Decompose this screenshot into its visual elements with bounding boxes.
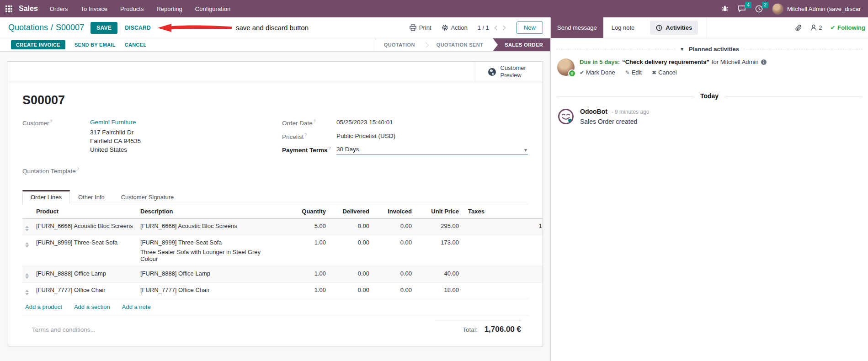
column-delivered[interactable]: Delivered [329, 204, 372, 219]
edit-activity-button[interactable]: ✎Edit [625, 69, 642, 76]
column-unit-price[interactable]: Unit Price [415, 204, 462, 219]
discard-button[interactable]: DISCARD [125, 25, 151, 31]
table-row[interactable]: [FURN_8999] Three-Seat Sofa [FURN_8999] … [22, 235, 543, 266]
following-button[interactable]: ✔ Following [830, 24, 865, 31]
cell-taxes[interactable] [462, 266, 502, 282]
pager-next-icon[interactable] [502, 25, 506, 31]
bug-icon[interactable] [721, 5, 729, 12]
cancel-activity-button[interactable]: ✖Cancel [652, 69, 677, 76]
activity-avatar[interactable]: ≡ [557, 58, 575, 76]
cell-unit-price[interactable]: 295.00 [415, 218, 462, 235]
cell-invoiced[interactable]: 0.00 [372, 235, 415, 266]
add-a-note-link[interactable]: Add a note [122, 303, 151, 310]
cell-unit-price[interactable]: 40.00 [415, 266, 462, 282]
breadcrumb-current: S00007 [56, 23, 84, 32]
table-row[interactable]: [FURN_8888] Office Lamp [FURN_8888] Offi… [22, 266, 543, 282]
terms-and-conditions-input[interactable]: Terms and conditions... [32, 320, 96, 334]
total-box: Total: 1,706.00 € [435, 320, 521, 334]
cell-unit-price[interactable]: 18.00 [415, 282, 462, 299]
message-author[interactable]: OdooBot [580, 108, 607, 115]
cell-product[interactable]: [FURN_8999] Three-Seat Sofa [33, 235, 138, 266]
customer-link[interactable]: Gemini Furniture [90, 119, 141, 126]
tab-order-lines[interactable]: Order Lines [22, 190, 70, 204]
cell-invoiced[interactable]: 0.00 [372, 266, 415, 282]
user-menu[interactable]: Mitchell Admin (save_discar [772, 3, 861, 15]
cell-unit-price[interactable]: 173.00 [415, 235, 462, 266]
menu-products[interactable]: Products [120, 5, 144, 12]
cell-delivered[interactable]: 0.00 [329, 235, 372, 266]
table-row[interactable]: [FURN_6666] Acoustic Bloc Screens [FURN_… [22, 218, 543, 235]
drag-handle-icon[interactable] [25, 224, 29, 231]
menu-orders[interactable]: Orders [50, 5, 68, 12]
menu-configuration[interactable]: Configuration [195, 5, 230, 12]
mark-done-button[interactable]: ✔Mark Done [580, 69, 615, 76]
cell-delivered[interactable]: 0.00 [329, 218, 372, 235]
cancel-button[interactable]: CANCEL [125, 42, 147, 48]
planned-activities-header[interactable]: ▼ Planned activities [551, 46, 868, 53]
add-a-product-link[interactable]: Add a product [25, 303, 62, 310]
table-row[interactable]: [FURN_7777] Office Chair [FURN_7777] Off… [22, 282, 543, 299]
payment-terms-input[interactable]: 30 Days ▼ [336, 146, 528, 154]
cell-description[interactable]: [FURN_6666] Acoustic Bloc Screens [138, 218, 278, 235]
cell-delivered[interactable]: 0.00 [329, 266, 372, 282]
create-invoice-button[interactable]: CREATE INVOICE [11, 40, 65, 49]
cell-description[interactable]: [FURN_8999] Three-Seat Sofa Three Seater… [138, 235, 278, 266]
tab-other-info[interactable]: Other Info [70, 190, 113, 204]
print-button[interactable]: Print [410, 24, 431, 31]
breadcrumb-quotations[interactable]: Quotations [8, 23, 48, 32]
cell-subtotal: 1,475.00 € [502, 218, 543, 235]
column-product[interactable]: Product [33, 204, 138, 219]
drag-handle-icon[interactable] [25, 241, 29, 248]
column-taxes[interactable]: Taxes [462, 204, 502, 219]
menu-reporting[interactable]: Reporting [156, 5, 182, 12]
pager-prev-icon[interactable] [494, 25, 498, 31]
order-date-value[interactable]: 05/25/2023 15:40:01 [336, 119, 393, 127]
cell-quantity[interactable]: 1.00 [278, 282, 329, 299]
cell-taxes[interactable] [462, 282, 502, 299]
column-invoiced[interactable]: Invoiced [372, 204, 415, 219]
messages-icon[interactable]: 4 [738, 5, 746, 12]
cell-product[interactable]: [FURN_8888] Office Lamp [33, 266, 138, 282]
column-subtotal[interactable]: Subtotal [502, 204, 543, 219]
activities-clock-icon[interactable]: 2 [755, 5, 763, 13]
step-quotation-sent[interactable]: QUOTATION SENT [429, 38, 491, 51]
cell-product[interactable]: [FURN_6666] Acoustic Bloc Screens [33, 218, 138, 235]
new-button[interactable]: New [517, 21, 543, 34]
odoobot-avatar[interactable] [557, 108, 575, 125]
step-quotation[interactable]: QUOTATION [376, 38, 423, 51]
column-description[interactable]: Description [138, 204, 278, 219]
pricelist-value[interactable]: Public Pricelist (USD) [336, 133, 395, 140]
add-a-section-link[interactable]: Add a section [74, 303, 110, 310]
customer-preview-button[interactable]: Customer Preview [475, 62, 543, 82]
cell-description[interactable]: [FURN_7777] Office Chair [138, 282, 278, 299]
cell-description[interactable]: [FURN_8888] Office Lamp [138, 266, 278, 282]
cell-taxes[interactable] [462, 218, 502, 235]
chatter-toolbar: Send message Log note Activities 2 ✔ Fol… [551, 17, 868, 38]
cell-quantity[interactable]: 1.00 [278, 266, 329, 282]
cell-taxes[interactable] [462, 235, 502, 266]
apps-grid-icon[interactable] [5, 5, 12, 12]
log-note-button[interactable]: Log note [603, 17, 643, 38]
cell-delivered[interactable]: 0.00 [329, 282, 372, 299]
cell-product[interactable]: [FURN_7777] Office Chair [33, 282, 138, 299]
cell-invoiced[interactable]: 0.00 [372, 282, 415, 299]
activities-button[interactable]: Activities [650, 21, 698, 35]
send-message-button[interactable]: Send message [551, 17, 603, 38]
attach-files-button[interactable] [795, 23, 802, 32]
step-sales-order[interactable]: SALES ORDER [493, 38, 550, 51]
info-icon[interactable] [761, 59, 767, 65]
action-button[interactable]: Action [442, 24, 468, 31]
column-quantity[interactable]: Quantity [278, 204, 329, 219]
menu-to-invoice[interactable]: To Invoice [81, 5, 108, 12]
cell-invoiced[interactable]: 0.00 [372, 218, 415, 235]
tab-customer-signature[interactable]: Customer Signature [113, 190, 182, 204]
chevron-down-icon[interactable]: ▼ [523, 148, 528, 153]
app-name[interactable]: Sales [19, 5, 38, 13]
drag-handle-icon[interactable] [25, 272, 29, 279]
send-by-email-button[interactable]: SEND BY EMAIL [75, 42, 116, 48]
cell-quantity[interactable]: 5.00 [278, 218, 329, 235]
save-button[interactable]: SAVE [91, 22, 117, 34]
cell-quantity[interactable]: 1.00 [278, 235, 329, 266]
drag-handle-icon[interactable] [25, 288, 29, 295]
followers-button[interactable]: 2 [810, 24, 822, 31]
